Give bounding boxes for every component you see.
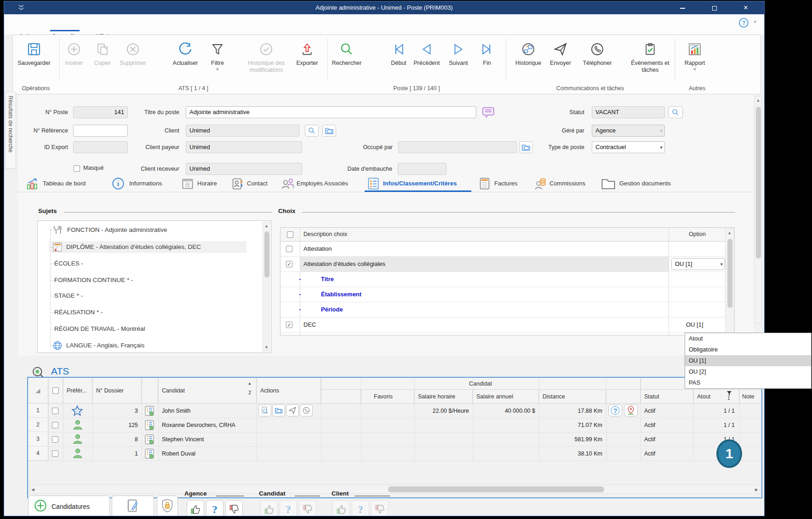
choix-row-periode[interactable]: - Période — [280, 302, 734, 317]
ats-candidat-name[interactable]: John Smith — [162, 404, 191, 418]
ats-candidat-name[interactable]: Robert Duval — [162, 446, 195, 461]
ats-dossier[interactable]: 125 — [92, 418, 138, 432]
ats-header-candidat[interactable]: Candidat ▲ 2 — [158, 378, 257, 404]
notes-button[interactable] — [112, 496, 154, 516]
copy-button[interactable]: Copier — [89, 40, 116, 67]
scroll-up-icon[interactable]: ▲ — [263, 224, 270, 228]
tab-infos-classement-criteres[interactable]: Infos/Classement/Critères — [383, 180, 457, 187]
ats-statut[interactable]: Actif — [644, 418, 655, 432]
ats-rownum[interactable]: 2 — [28, 418, 48, 432]
map-pin-icon[interactable] — [624, 404, 638, 416]
candidat-question-button[interactable]: ? — [280, 500, 297, 516]
ats-header-note[interactable]: Note — [739, 390, 761, 404]
ats-row-checkbox[interactable] — [52, 436, 58, 443]
dropdown-item-ou1[interactable]: OU [1] — [685, 355, 811, 366]
titre-du-poste-field[interactable]: Adjointe administrative — [186, 106, 476, 118]
ats-subheader-blank[interactable] — [321, 390, 361, 404]
dossier-list-icon[interactable] — [144, 405, 155, 418]
close-button[interactable]: ✕ — [739, 1, 753, 14]
choix-row-attestation-etudes[interactable]: ✓ Attestation d'études collégiales OU [1… — [280, 257, 734, 272]
history-modifications-button[interactable]: Historique des modifications — [239, 40, 293, 74]
tree-item-realisation[interactable]: RÉALISATION * - — [54, 307, 103, 317]
report-button[interactable]: Rapport ˅ — [680, 40, 710, 71]
ats-header-atout[interactable]: Atout 1 — [693, 390, 739, 404]
tab-informations[interactable]: Informations — [129, 180, 162, 187]
dropdown-item-obligatoire[interactable]: Obligatoire — [685, 344, 811, 355]
dropdown-item-atout[interactable]: Atout — [685, 333, 811, 344]
minimize-button[interactable] — [675, 1, 689, 14]
statut-field[interactable]: VACANT — [592, 106, 665, 118]
client-folder-icon[interactable] — [322, 125, 336, 137]
ats-horizontal-scrollbar[interactable]: ◀ ▶ — [29, 484, 761, 494]
ats-distance[interactable]: 38.10 Km — [539, 446, 602, 461]
save-button[interactable]: Sauvegarder — [12, 40, 56, 67]
ats-dossier[interactable]: 3 — [92, 404, 138, 418]
candidat-thumbs-up-button[interactable] — [260, 500, 278, 516]
scroll-up-icon[interactable]: ▲ — [755, 98, 761, 103]
scroll-down-icon[interactable]: ▼ — [263, 345, 270, 350]
dossier-list-icon[interactable] — [144, 420, 155, 432]
ats-statut[interactable]: Actif — [644, 404, 655, 418]
sujets-scroll-thumb[interactable] — [264, 231, 269, 277]
tree-item-region-de-travail[interactable]: RÉGION DE TRAVAIL - Montréal — [54, 324, 145, 334]
ats-header-prefere[interactable]: Préfér... — [63, 378, 92, 404]
form-scroll-thumb[interactable] — [756, 107, 761, 259]
tab-factures[interactable]: Factures — [494, 180, 518, 187]
criterion-link-titre[interactable]: Titre — [321, 276, 334, 283]
filter-button[interactable]: Filtre ˅ — [206, 40, 229, 71]
next-button[interactable]: Suivant — [444, 40, 473, 67]
tree-item-fonction[interactable]: FONCTION - Adjointe administrative — [52, 225, 167, 235]
choix-row-checkbox[interactable] — [286, 246, 292, 252]
tab-contact[interactable]: Contact — [247, 180, 268, 187]
tab-horaire[interactable]: Horaire — [197, 180, 217, 187]
no-poste-field[interactable]: 141 — [73, 106, 128, 118]
form-vertical-scrollbar[interactable]: ▲ — [755, 96, 762, 323]
occupe-par-folder-icon[interactable] — [519, 141, 533, 153]
help-chevron-icon[interactable]: ˅ — [754, 19, 756, 24]
dec-option-value[interactable]: OU [1] — [686, 321, 703, 328]
dossier-list-icon[interactable] — [144, 448, 155, 461]
scroll-left-icon[interactable]: ◀ — [31, 487, 34, 492]
ats-dossier[interactable]: 8 — [92, 432, 138, 446]
ats-rownum[interactable]: 4 — [28, 446, 48, 461]
ats-rownum[interactable]: 3 — [28, 432, 48, 446]
masque-checkbox[interactable] — [74, 165, 80, 172]
action-phone-icon[interactable] — [300, 404, 313, 416]
candidatures-button[interactable]: Candidatures — [28, 496, 110, 516]
action-send-icon[interactable] — [286, 404, 299, 416]
ats-select-all-checkbox[interactable] — [52, 387, 59, 394]
choix-scrollbar[interactable]: ▲ — [725, 228, 734, 334]
choix-scroll-thumb[interactable] — [727, 239, 732, 308]
ats-rownum[interactable]: 1 — [28, 404, 48, 418]
choix-row-attestation[interactable]: Attestation — [280, 242, 734, 257]
maximize-button[interactable] — [708, 1, 721, 14]
client-question-button[interactable]: ? — [352, 500, 369, 516]
ats-header-salaire-annuel[interactable]: Salaire annuel — [473, 390, 539, 404]
agence-thumbs-down-button[interactable] — [225, 500, 243, 516]
action-view-document-icon[interactable] — [258, 404, 271, 416]
ats-select-all-checkbox-cell[interactable] — [48, 378, 63, 404]
occupe-par-field[interactable] — [398, 141, 517, 153]
dossier-list-icon[interactable] — [144, 434, 155, 447]
ats-statut[interactable]: Actif — [644, 432, 655, 446]
ats-atout[interactable]: 1 / 1 — [693, 404, 735, 418]
choix-select-all-checkbox[interactable] — [287, 231, 293, 238]
refresh-button[interactable]: Actualiser — [167, 40, 204, 67]
help-icon[interactable]: ? — [739, 18, 749, 28]
history-button[interactable]: Historique — [510, 40, 547, 67]
client-receveur-field[interactable]: Unimed — [186, 163, 302, 175]
dropdown-item-pas[interactable]: PAS — [685, 377, 811, 388]
ats-salaire-horaire[interactable]: 22.00 $/Heure — [414, 404, 469, 418]
client-thumbs-down-button[interactable] — [371, 500, 389, 516]
choix-row-etablissement[interactable]: - Établissement — [280, 287, 734, 302]
insert-button[interactable]: Insérer — [59, 40, 89, 67]
scroll-up-icon[interactable]: ▲ — [726, 231, 733, 235]
statut-search-icon[interactable] — [668, 106, 683, 118]
ats-dossier[interactable]: 1 — [92, 446, 138, 461]
tab-employes-associes[interactable]: Employés Associés — [297, 180, 348, 187]
client-thumbs-up-button[interactable] — [332, 500, 350, 516]
ats-header-favoris[interactable]: Favoris — [361, 390, 414, 404]
results-search-side-tab[interactable]: Résultats de recherche — [5, 92, 16, 169]
ats-distance[interactable]: 17.88 Km — [539, 404, 602, 418]
criterion-link-periode[interactable]: Période — [321, 306, 343, 313]
